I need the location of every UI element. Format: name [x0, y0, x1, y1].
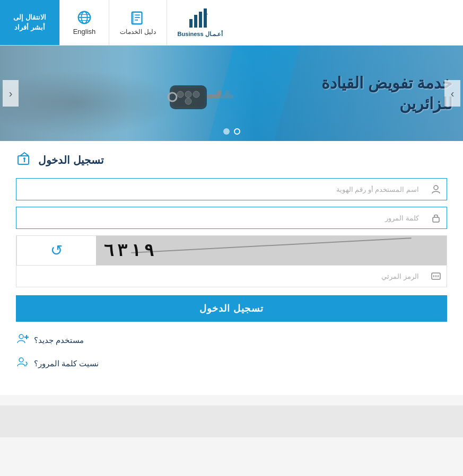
english-label: English	[73, 28, 96, 36]
absher-label: الانتقال إلى أبشر أفراد	[13, 13, 46, 32]
banner-dot-1[interactable]	[234, 128, 240, 135]
captcha-text: ٦٣١٩	[104, 240, 158, 261]
login-title-row: تسجيل الدخول	[16, 152, 447, 169]
business-label: أعـمـال Business	[178, 31, 223, 38]
svg-text:+: +	[205, 12, 207, 17]
business-bars-icon: +	[188, 7, 212, 29]
svg-rect-25	[18, 156, 29, 164]
svg-point-27	[23, 157, 25, 160]
banner-title: خدمة تفويض القيادة للزائرين	[321, 73, 452, 114]
book-icon	[130, 10, 146, 26]
svg-point-17	[177, 91, 184, 98]
user-icon	[425, 184, 447, 195]
svg-point-28	[434, 186, 438, 190]
absher-button[interactable]: الانتقال إلى أبشر أفراد	[0, 0, 59, 45]
svg-rect-2	[199, 12, 202, 28]
banner-text: خدمة تفويض القيادة للزائرين	[321, 73, 452, 114]
business-logo[interactable]: + أعـمـال Business	[167, 0, 233, 45]
login-title-text: تسجيل الدخول	[38, 154, 104, 166]
svg-rect-1	[194, 15, 197, 28]
svg-point-38	[25, 365, 27, 366]
svg-point-20	[185, 98, 191, 104]
captcha-image-row: ٦٣١٩ ↺	[16, 235, 447, 266]
svg-rect-29	[433, 217, 439, 222]
login-section: تسجيل الدخول ٦٣١٩	[0, 141, 463, 395]
username-input[interactable]	[16, 179, 425, 200]
password-field[interactable]	[16, 207, 447, 229]
captcha-input[interactable]	[16, 266, 425, 287]
svg-point-34	[19, 334, 23, 339]
svg-rect-0	[189, 19, 193, 28]
forgot-password-label[interactable]: نسيت كلمة المرور؟	[34, 359, 99, 368]
svg-point-37	[19, 358, 23, 362]
globe-icon	[76, 10, 92, 25]
captcha-refresh-button[interactable]: ↺	[16, 236, 96, 265]
footer-bar	[0, 406, 463, 437]
forgot-password-row: نسيت كلمة المرور؟	[16, 356, 447, 371]
new-user-label[interactable]: مستخدم جديد؟	[34, 336, 84, 345]
password-input[interactable]	[16, 207, 425, 228]
service-guide-label: دليل الخدمات	[120, 28, 155, 36]
service-guide-button[interactable]: دليل الخدمات	[109, 0, 166, 45]
header: + أعـمـال Business دليل الخدمات English …	[0, 0, 463, 46]
banner-dot-2[interactable]	[223, 128, 230, 135]
captcha-image-display: ٦٣١٩	[96, 236, 447, 265]
language-switcher[interactable]: English	[59, 0, 109, 45]
new-user-row: مستخدم جديد؟	[16, 332, 447, 348]
svg-rect-6	[132, 12, 134, 24]
refresh-icon: ↺	[50, 242, 63, 259]
banner-prev-button[interactable]: ‹	[3, 80, 19, 107]
banner-next-button[interactable]: ›	[444, 80, 460, 107]
business-icon-container: + أعـمـال Business	[178, 7, 223, 38]
forgot-password-icon	[16, 356, 29, 371]
new-user-icon	[16, 332, 29, 348]
captcha-input-field[interactable]	[16, 266, 447, 287]
captcha-icon	[425, 271, 447, 281]
banner: خدمة تفويض القيادة للزائرين ‹ ›	[0, 46, 463, 141]
login-title-icon	[16, 152, 33, 169]
svg-point-18	[185, 91, 191, 98]
lock-icon	[425, 213, 447, 223]
login-button[interactable]: تسجيل الدخول	[16, 295, 447, 322]
banner-dots	[223, 128, 240, 135]
username-field[interactable]	[16, 178, 447, 200]
svg-point-19	[193, 91, 199, 98]
